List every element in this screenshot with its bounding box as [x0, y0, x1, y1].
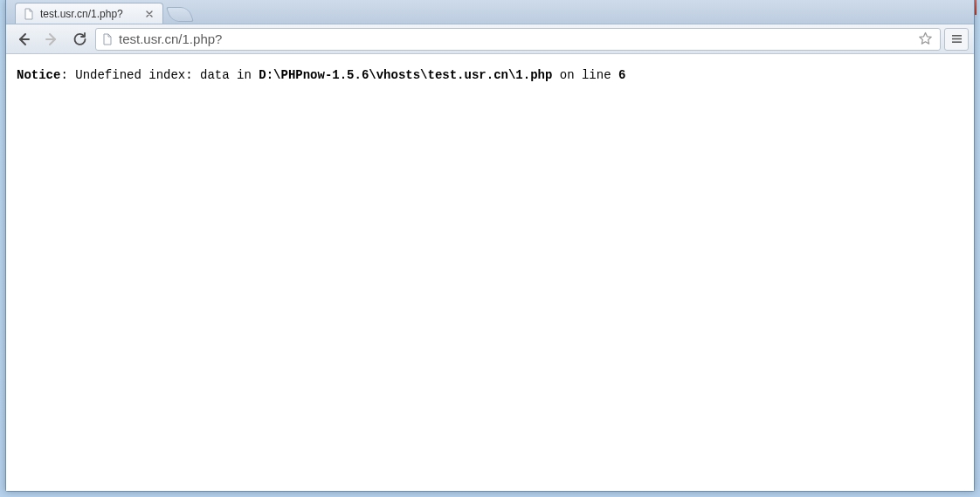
arrow-left-icon	[16, 31, 31, 47]
notice-colon: :	[60, 68, 75, 82]
notice-on-line: on line	[552, 68, 618, 82]
reload-button[interactable]	[67, 28, 92, 51]
url-input[interactable]	[119, 31, 910, 46]
forward-button[interactable]	[39, 28, 64, 51]
bookmark-button[interactable]	[915, 30, 935, 49]
php-notice-line: Notice: Undefined index: data in D:\PHPn…	[17, 68, 963, 82]
browser-window: test.usr.cn/1.php?	[5, 0, 975, 492]
new-tab-button[interactable]	[166, 7, 194, 22]
star-icon	[918, 31, 933, 46]
tab-active[interactable]: test.usr.cn/1.php?	[15, 3, 163, 24]
menu-button[interactable]	[944, 28, 969, 51]
page-content: Notice: Undefined index: data in D:\PHPn…	[6, 54, 974, 491]
notice-line-number: 6	[618, 68, 625, 82]
menu-icon	[950, 32, 963, 45]
close-icon	[146, 10, 153, 17]
tab-title: test.usr.cn/1.php?	[40, 8, 138, 20]
toolbar	[6, 24, 974, 54]
file-icon	[101, 33, 114, 45]
address-bar[interactable]	[95, 28, 941, 51]
svg-rect-3	[952, 35, 962, 37]
reload-icon	[72, 31, 87, 46]
arrow-right-icon	[44, 31, 59, 47]
file-icon	[23, 8, 35, 20]
svg-rect-5	[952, 41, 962, 43]
notice-label: Notice	[17, 68, 60, 82]
notice-path: D:\PHPnow-1.5.6\vhosts\test.usr.cn\1.php	[259, 68, 552, 82]
svg-rect-4	[952, 38, 962, 40]
notice-message: Undefined index: data in	[75, 68, 259, 82]
tab-close-button[interactable]	[143, 8, 155, 20]
back-button[interactable]	[11, 28, 36, 51]
tab-strip: test.usr.cn/1.php?	[6, 0, 974, 24]
